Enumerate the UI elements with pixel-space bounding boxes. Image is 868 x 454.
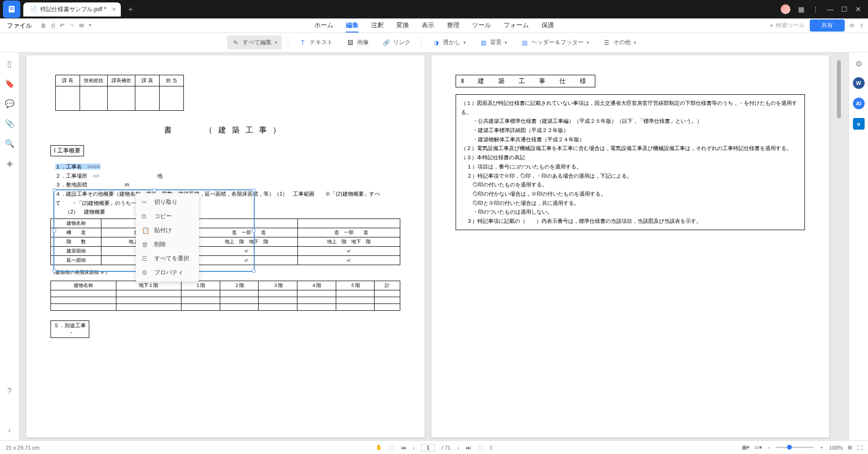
zoom-value[interactable]: 100%	[829, 445, 843, 451]
fullscreen-icon[interactable]: ⛶	[857, 445, 862, 451]
mail-icon[interactable]: ✉	[79, 22, 84, 29]
tab-convert[interactable]: 変換	[396, 19, 409, 33]
image-icon: 🖼	[346, 39, 354, 47]
redo-icon[interactable]: ↷	[69, 22, 74, 29]
other-button[interactable]: ☰ その他 ▾	[598, 35, 641, 50]
ctx-cut[interactable]: ✂切り取り	[136, 195, 199, 209]
tab-home[interactable]: ホーム	[314, 19, 333, 33]
first-page-icon[interactable]: ⏮	[401, 445, 406, 451]
table-cell: ㎡	[297, 247, 400, 256]
next-page-icon[interactable]: ›	[458, 445, 459, 451]
table-cell: ㎡	[297, 256, 400, 265]
spec-sub: ◎印と※印の付いた場合は，共に適用する。	[461, 199, 800, 208]
text-button[interactable]: T テキスト	[294, 35, 338, 50]
ai-badge[interactable]: AI	[853, 98, 865, 109]
resize-handle[interactable]	[252, 229, 256, 233]
resize-handle[interactable]	[52, 188, 56, 192]
fit-page-icon[interactable]: ▯	[490, 444, 492, 451]
other-label: その他	[613, 38, 631, 47]
tab-edit[interactable]: 編集	[346, 19, 359, 33]
thumbnails-icon[interactable]: ▯	[7, 59, 12, 68]
page-number-input[interactable]	[421, 444, 435, 452]
resize-handle[interactable]	[52, 229, 56, 233]
separator	[421, 38, 422, 48]
app-menu-icon[interactable]: ▦	[798, 5, 804, 13]
last-page-icon[interactable]: ⏭	[466, 445, 471, 451]
link-button[interactable]: 🔗 リンク	[377, 35, 415, 50]
ctx-copy[interactable]: ⧉コピー	[136, 209, 199, 223]
fit-width-icon[interactable]: ⬚	[478, 444, 483, 451]
spec-sub: ３）特記事項に記載の（ ）内表示番号は，標準仕様書の当該項目，当該図及び当該表を…	[461, 217, 800, 226]
ctx-label: 貼付け	[154, 226, 172, 235]
page-2: Ⅱ 建 築 工 事 仕 様 （１）図面及び特記仕様書に記載されていない事項は，国…	[431, 55, 830, 437]
search-tool[interactable]: ✦ 検索ツール	[769, 21, 805, 30]
collapse-left-icon[interactable]: ‹	[8, 426, 11, 435]
watermark-button[interactable]: ◑ 透かし ▾	[427, 35, 471, 50]
settings-icon[interactable]: ⚙	[855, 59, 862, 68]
outlook-badge[interactable]: o	[853, 118, 865, 130]
view-mode-icon[interactable]: ▦▾	[742, 444, 750, 451]
layers-icon[interactable]: ◈	[7, 159, 13, 168]
close-tab-icon[interactable]: ×	[112, 5, 116, 13]
user-avatar[interactable]	[781, 4, 790, 14]
bookmarks-icon[interactable]: 🔖	[5, 79, 15, 88]
view-controls: ▦▾ ▭▾ − ＋ 100% ⊞ ⛶	[742, 444, 862, 451]
share-button[interactable]: 共有	[810, 19, 845, 32]
reading-mode-icon[interactable]: ▭▾	[754, 444, 762, 451]
tab-comment[interactable]: 注釈	[371, 19, 384, 33]
prev-page-icon[interactable]: ‹	[413, 445, 415, 451]
image-label: 画像	[357, 38, 369, 47]
tab-form[interactable]: フォーム	[504, 19, 529, 33]
minimize-icon[interactable]: —	[827, 5, 834, 13]
app-icon[interactable]	[3, 0, 20, 18]
table-header: 技術総括	[80, 75, 108, 86]
cloud-sync-icon[interactable]: ⟳	[850, 22, 854, 29]
tab-organize[interactable]: 整理	[447, 19, 459, 33]
zoom-slider-thumb[interactable]	[787, 445, 792, 450]
document-tab[interactable]: 📄 特記仕様書サンプル.pdf * ×	[23, 2, 121, 17]
print-icon[interactable]: ⎙	[51, 22, 55, 29]
save-icon[interactable]: 🗎	[41, 22, 47, 29]
maximize-icon[interactable]: ☐	[841, 5, 848, 13]
more-icon[interactable]: ⋮	[812, 5, 819, 13]
undo-icon[interactable]: ↶	[60, 22, 65, 29]
scrollbar-thumb[interactable]	[837, 60, 841, 118]
close-window-icon[interactable]: ✕	[855, 5, 861, 13]
tab-protect[interactable]: 保護	[541, 19, 554, 33]
resize-handle[interactable]	[252, 188, 256, 192]
file-menu[interactable]: ファイル	[4, 21, 35, 30]
upload-icon[interactable]: ⇪	[859, 22, 864, 29]
background-button[interactable]: ▨ 背景 ▾	[475, 35, 512, 50]
resize-handle[interactable]	[152, 188, 156, 192]
ctx-paste[interactable]: 📋貼付け	[136, 223, 199, 237]
tab-tool[interactable]: ツール	[472, 19, 491, 33]
ctx-select-all[interactable]: ☰すべてを選択	[136, 252, 199, 266]
resize-handle[interactable]	[52, 269, 56, 273]
tab-view[interactable]: 表示	[422, 19, 434, 33]
qat-chevron-icon[interactable]: ▾	[89, 22, 91, 29]
zoom-slider[interactable]	[775, 447, 814, 448]
vertical-scrollbar[interactable]	[836, 55, 842, 437]
text-icon: T	[299, 39, 307, 47]
titlebar: 📄 特記仕様書サンプル.pdf * × ＋ ▦ ⋮ — ☐ ✕	[0, 0, 868, 18]
image-button[interactable]: 🖼 画像	[342, 35, 374, 50]
comments-icon[interactable]: 💬	[5, 99, 15, 108]
table-header: ５階	[336, 281, 375, 290]
ctx-properties[interactable]: ⚙プロパティ	[136, 266, 199, 280]
select-tool-icon[interactable]: ⬚	[389, 444, 394, 451]
search-icon[interactable]: 🔍	[5, 139, 15, 148]
new-tab-button[interactable]: ＋	[127, 4, 134, 15]
zoom-in-icon[interactable]: ＋	[819, 444, 824, 451]
word-export-badge[interactable]: W	[853, 77, 865, 89]
document-viewport[interactable]: 課 長 技術総括 課長補佐 課 員 担 当 書 （建築工事）	[19, 52, 849, 440]
hand-tool-icon[interactable]: ✋	[376, 444, 382, 451]
attachments-icon[interactable]: 📎	[5, 119, 15, 128]
edit-all-button[interactable]: ✎ すべて編集 ▾	[227, 35, 282, 50]
help-icon[interactable]: ?	[7, 387, 12, 396]
header-footer-button[interactable]: ▤ ヘッダー＆フッター ▾	[516, 35, 594, 50]
grid-icon[interactable]: ⊞	[848, 444, 852, 451]
zoom-out-icon[interactable]: −	[767, 445, 770, 451]
tab-title: 特記仕様書サンプル.pdf *	[40, 5, 106, 14]
ctx-delete[interactable]: 🗑削除	[136, 237, 199, 252]
resize-handle[interactable]	[252, 269, 256, 273]
